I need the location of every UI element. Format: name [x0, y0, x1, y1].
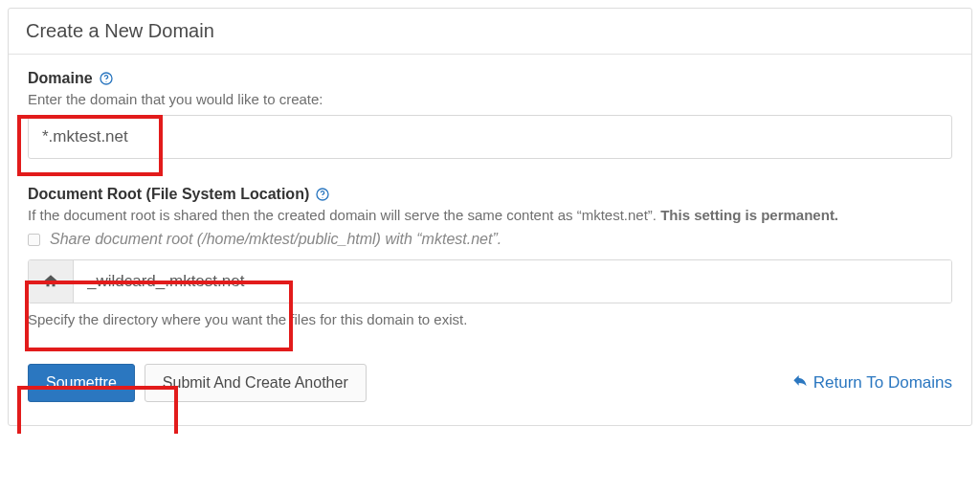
panel-title: Create a New Domain [9, 9, 971, 55]
svg-point-3 [323, 197, 323, 198]
share-docroot-row[interactable]: Share document root (/home/mktest/public… [28, 231, 952, 248]
share-docroot-checkbox[interactable] [28, 234, 40, 246]
docroot-help-text: If the document root is shared then the … [28, 207, 952, 223]
domain-input[interactable] [28, 115, 952, 159]
docroot-below-help: Specify the directory where you want the… [28, 311, 952, 327]
docroot-label: Document Root (File System Location) [28, 186, 309, 203]
help-circle-icon[interactable] [315, 187, 330, 202]
docroot-input-group [28, 259, 952, 303]
docroot-input[interactable] [74, 260, 951, 303]
domain-help-text: Enter the domain that you would like to … [28, 91, 952, 107]
reply-arrow-icon [792, 373, 808, 393]
button-row: Soumettre Submit And Create Another Retu… [28, 364, 952, 402]
return-link-text: Return To Domains [813, 373, 952, 393]
help-circle-icon[interactable] [99, 71, 114, 86]
docroot-label-row: Document Root (File System Location) [28, 186, 952, 203]
share-docroot-label: Share document root (/home/mktest/public… [50, 231, 501, 248]
return-link[interactable]: Return To Domains [792, 373, 952, 393]
submit-another-button[interactable]: Submit And Create Another [145, 364, 367, 402]
create-domain-panel: Create a New Domain Domaine Enter the do… [8, 8, 972, 426]
domain-label-row: Domaine [28, 70, 952, 87]
domain-label: Domaine [28, 70, 93, 87]
docroot-help-strong: This setting is permanent. [660, 207, 838, 223]
docroot-help-prefix: If the document root is shared then the … [28, 207, 660, 223]
submit-button[interactable]: Soumettre [28, 364, 135, 402]
svg-point-1 [105, 81, 106, 82]
home-icon [29, 260, 74, 303]
